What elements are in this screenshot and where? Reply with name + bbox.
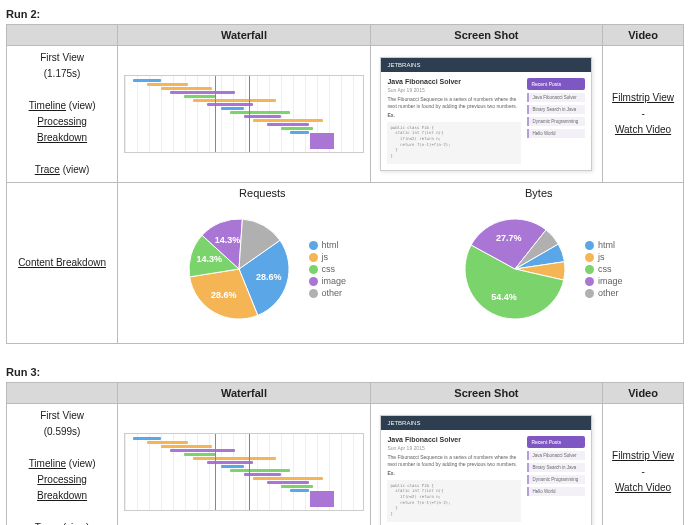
legend-swatch-icon xyxy=(309,277,318,286)
watch-video-link[interactable]: Watch Video xyxy=(615,482,671,493)
dash: - xyxy=(641,466,644,477)
legend-item: html xyxy=(585,240,623,250)
legend-item: html xyxy=(309,240,347,250)
waterfall-chart[interactable] xyxy=(124,433,364,511)
screenshot-thumb[interactable]: JETBRAINSJava Fibonacci SolverSun Apr 19… xyxy=(380,57,592,171)
first-view-label: First View xyxy=(13,50,111,66)
legend-label: html xyxy=(322,240,339,250)
legend-item: js xyxy=(309,252,347,262)
legend-swatch-icon xyxy=(585,265,594,274)
first-view-label: First View xyxy=(13,408,111,424)
legend-item: other xyxy=(585,288,623,298)
first-view-time: (1.175s) xyxy=(13,66,111,82)
run2-side: First View (1.175s) Timeline (view) Proc… xyxy=(7,46,118,183)
legend-label: css xyxy=(598,264,612,274)
run-title: Run 2: xyxy=(6,8,684,20)
legend-item: css xyxy=(309,264,347,274)
waterfall-chart[interactable] xyxy=(124,75,364,153)
svg-text:14.3%: 14.3% xyxy=(196,254,222,264)
svg-text:14.3%: 14.3% xyxy=(214,235,240,245)
legend-swatch-icon xyxy=(309,241,318,250)
legend-swatch-icon xyxy=(585,289,594,298)
legend-item: image xyxy=(309,276,347,286)
requests-chart-wrap: Requests 28.6%28.6%14.3%14.3% htmljscssi… xyxy=(179,187,347,339)
legend-swatch-icon xyxy=(309,265,318,274)
requests-title: Requests xyxy=(179,187,347,199)
timeline-paren: (view) xyxy=(69,100,96,111)
legend-item: image xyxy=(585,276,623,286)
filmstrip-link[interactable]: Filmstrip View xyxy=(612,92,674,103)
legend-label: js xyxy=(322,252,329,262)
bytes-pie[interactable]: 54.4%27.7% xyxy=(455,209,575,329)
svg-text:28.6%: 28.6% xyxy=(256,272,282,282)
screenshot-cell[interactable]: JETBRAINSJava Fibonacci SolverSun Apr 19… xyxy=(370,404,602,526)
content-breakdown-label: Content Breakdown xyxy=(7,183,118,344)
legend-label: html xyxy=(598,240,615,250)
svg-text:27.7%: 27.7% xyxy=(496,233,522,243)
bytes-title: Bytes xyxy=(455,187,623,199)
col-video: Video xyxy=(603,25,684,46)
filmstrip-link[interactable]: Filmstrip View xyxy=(612,450,674,461)
timeline-paren: (view) xyxy=(69,458,96,469)
trace-link[interactable]: Trace xyxy=(35,164,60,175)
legend-swatch-icon xyxy=(585,277,594,286)
legend-label: image xyxy=(598,276,623,286)
requests-pie[interactable]: 28.6%28.6%14.3%14.3% xyxy=(179,209,299,329)
empty-header xyxy=(7,383,118,404)
run-title: Run 3: xyxy=(6,366,684,378)
col-screenshot: Screen Shot xyxy=(370,25,602,46)
bytes-chart-wrap: Bytes 54.4%27.7% htmljscssimageother xyxy=(455,187,623,339)
processing-link[interactable]: Processing Breakdown xyxy=(37,116,87,143)
run3-table: Waterfall Screen Shot Video First View (… xyxy=(6,382,684,525)
waterfall-cell[interactable] xyxy=(118,46,371,183)
svg-text:28.6%: 28.6% xyxy=(211,290,237,300)
legend-label: js xyxy=(598,252,605,262)
bytes-legend: htmljscssimageother xyxy=(585,238,623,300)
legend-item: other xyxy=(309,288,347,298)
legend-swatch-icon xyxy=(585,253,594,262)
screenshot-thumb[interactable]: JETBRAINSJava Fibonacci SolverSun Apr 19… xyxy=(380,415,592,525)
legend-swatch-icon xyxy=(585,241,594,250)
processing-link[interactable]: Processing Breakdown xyxy=(37,474,87,501)
legend-swatch-icon xyxy=(309,289,318,298)
timeline-link[interactable]: Timeline xyxy=(29,458,66,469)
legend-label: image xyxy=(322,276,347,286)
dash: - xyxy=(641,108,644,119)
col-screenshot: Screen Shot xyxy=(370,383,602,404)
legend-item: js xyxy=(585,252,623,262)
video-cell: Filmstrip View - Watch Video xyxy=(603,404,684,526)
col-waterfall: Waterfall xyxy=(118,383,371,404)
first-view-time: (0.599s) xyxy=(13,424,111,440)
legend-label: other xyxy=(598,288,619,298)
screenshot-cell[interactable]: JETBRAINSJava Fibonacci SolverSun Apr 19… xyxy=(370,46,602,183)
legend-item: css xyxy=(585,264,623,274)
col-video: Video xyxy=(603,383,684,404)
svg-text:54.4%: 54.4% xyxy=(491,292,517,302)
col-waterfall: Waterfall xyxy=(118,25,371,46)
content-breakdown-link[interactable]: Content Breakdown xyxy=(18,257,106,268)
trace-paren: (view) xyxy=(63,164,90,175)
video-cell: Filmstrip View - Watch Video xyxy=(603,46,684,183)
run3-side: First View (0.599s) Timeline (view) Proc… xyxy=(7,404,118,526)
legend-swatch-icon xyxy=(309,253,318,262)
requests-legend: htmljscssimageother xyxy=(309,238,347,300)
breakdown-cell: Requests 28.6%28.6%14.3%14.3% htmljscssi… xyxy=(118,183,684,344)
legend-label: css xyxy=(322,264,336,274)
watch-video-link[interactable]: Watch Video xyxy=(615,124,671,135)
run2-table: Waterfall Screen Shot Video First View (… xyxy=(6,24,684,344)
timeline-link[interactable]: Timeline xyxy=(29,100,66,111)
waterfall-cell[interactable] xyxy=(118,404,371,526)
empty-header xyxy=(7,25,118,46)
legend-label: other xyxy=(322,288,343,298)
